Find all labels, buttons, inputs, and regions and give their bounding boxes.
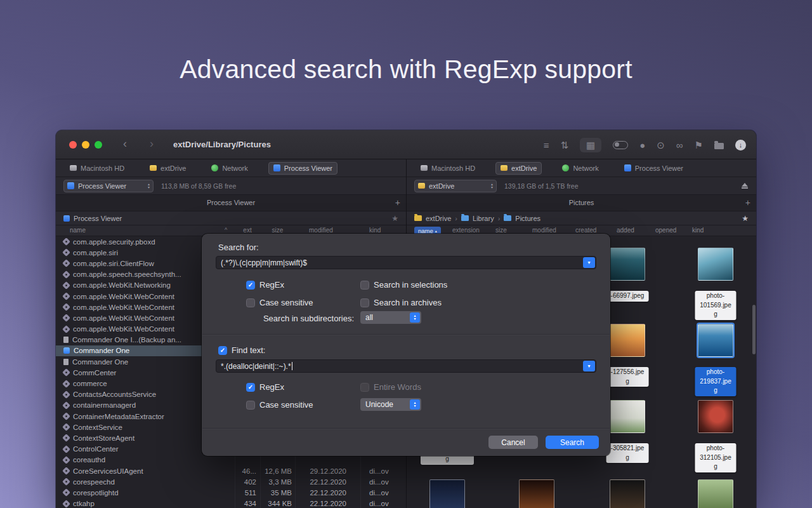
find-text-checkbox[interactable]: ✓ Find text: xyxy=(218,345,265,355)
column-header-modified[interactable]: modified xyxy=(309,227,333,234)
column-header-added[interactable]: added xyxy=(617,227,634,234)
hd-drive-icon xyxy=(70,165,77,171)
photo-thumbnail[interactable] xyxy=(610,400,645,433)
column-header-size[interactable]: size xyxy=(495,227,507,234)
file-row[interactable]: CoreServicesUIAgent46...12,6 MB29.12.202… xyxy=(56,465,406,476)
divider xyxy=(202,334,610,335)
flag-icon[interactable]: ⚑ xyxy=(695,140,703,150)
drive-tab-network[interactable]: Network xyxy=(557,162,603,175)
volume-name: Process Viewer xyxy=(78,182,126,190)
photo-thumbnail[interactable] xyxy=(519,479,554,508)
drive-tab-extdrive[interactable]: extDrive xyxy=(495,162,542,175)
dual-pane-view-icon-button[interactable]: ▦ xyxy=(580,138,601,152)
right-scrollbar[interactable] xyxy=(752,305,756,354)
close-window-button[interactable] xyxy=(69,141,77,149)
photo-label[interactable]: photo-219837.jpe g xyxy=(695,367,737,396)
breadcrumb-item-extdrive[interactable]: extDrive xyxy=(414,215,451,222)
encoding-select[interactable]: Unicode ▴▾ xyxy=(360,398,421,411)
regex-checkbox[interactable]: ✓ RegEx xyxy=(246,280,284,290)
app-icon xyxy=(63,347,70,354)
drive-tab-macintosh-hd[interactable]: Macintosh HD xyxy=(416,162,480,175)
find-history-dropdown-button[interactable]: ▾ xyxy=(583,361,595,371)
photo-label[interactable]: -127556.jpe g xyxy=(606,367,649,387)
photo-thumbnail[interactable] xyxy=(698,324,733,357)
cancel-button[interactable]: Cancel xyxy=(488,436,538,449)
photo-thumbnail[interactable] xyxy=(698,479,733,508)
file-name: com.apple.speech.speechsynth... xyxy=(73,271,181,278)
file-ext: 46... xyxy=(235,467,260,475)
tab-pictures[interactable]: Pictures xyxy=(407,195,756,211)
breadcrumb-item-pictures[interactable]: Pictures xyxy=(504,215,540,222)
file-row[interactable]: ctkahp434344 KB22.12.2020di...ov xyxy=(56,498,406,508)
download-icon[interactable]: ↓ xyxy=(735,140,746,150)
photo-thumbnail[interactable] xyxy=(610,324,645,357)
tag-icon xyxy=(62,413,70,420)
case-sensitive-checkbox[interactable]: ✓ Case sensitive xyxy=(246,298,313,307)
column-header-ext[interactable]: ext xyxy=(235,227,260,234)
column-header-modified[interactable]: modified xyxy=(532,227,556,234)
column-header-kind[interactable]: kind xyxy=(369,227,381,234)
preview-toggle-icon[interactable] xyxy=(613,141,628,149)
new-tab-button[interactable]: + xyxy=(745,195,750,211)
search-in-selections-checkbox[interactable]: ✓ Search in selections xyxy=(360,280,447,290)
back-button[interactable]: ‹ xyxy=(123,137,127,151)
eye-icon[interactable]: ⊙ xyxy=(657,140,665,150)
left-volume-select[interactable]: Process Viewer ▴▾ xyxy=(63,180,154,192)
dual-pane-view-icon[interactable]: ▦ xyxy=(586,140,595,150)
search-history-dropdown-button[interactable]: ▾ xyxy=(583,257,595,268)
folder-icon[interactable] xyxy=(714,143,724,149)
drive-tab-network[interactable]: Network xyxy=(206,162,252,175)
tag-icon xyxy=(62,238,70,246)
photo-thumbnail[interactable] xyxy=(429,479,465,508)
column-header-opened[interactable]: opened xyxy=(655,227,676,234)
search-in-archives-checkbox[interactable]: ✓ Search in archives xyxy=(360,298,442,307)
photo-thumbnail[interactable] xyxy=(610,479,645,508)
search-button[interactable]: Search xyxy=(546,436,599,449)
file-row[interactable]: corespotlightd51135 MB22.12.2020di...ov xyxy=(56,487,406,498)
minimize-window-button[interactable] xyxy=(82,141,89,149)
drive-tab-extdrive[interactable]: extDrive xyxy=(145,162,191,175)
list-view-icon[interactable]: ≡ xyxy=(544,140,549,150)
file-row[interactable]: coreauthd xyxy=(56,455,406,465)
photo-label[interactable]: photo-312105.jpe g xyxy=(695,443,737,472)
photo-thumbnail[interactable] xyxy=(610,248,645,281)
photo-label[interactable]: -305821.jpe g xyxy=(606,443,649,463)
net-drive-icon xyxy=(562,164,569,171)
zoom-window-button[interactable] xyxy=(95,141,102,149)
photo-label[interactable]: photo-101569.jpe g xyxy=(695,291,737,320)
find-text-input[interactable]: *.(dealloc|deinit|::~).* ▾ xyxy=(216,359,596,373)
column-header-size[interactable]: size xyxy=(260,227,295,234)
column-header-name[interactable]: name xyxy=(70,227,86,234)
breadcrumb-item-library[interactable]: Library xyxy=(461,215,494,222)
file-modified: 22.12.2020 xyxy=(295,500,360,507)
column-header-extension[interactable]: extension xyxy=(452,227,480,234)
tag-icon xyxy=(62,293,70,300)
photo-thumbnail[interactable] xyxy=(698,400,733,433)
binoculars-icon[interactable]: ∞ xyxy=(676,140,683,150)
tab-process-viewer[interactable]: Process Viewer xyxy=(56,195,406,211)
photo-thumbnail[interactable] xyxy=(698,248,733,281)
eject-icon[interactable] xyxy=(740,182,749,190)
photo-label[interactable]: -66997.jpeg xyxy=(606,291,649,302)
case-sensitive-checkbox[interactable]: ✓ Case sensitive xyxy=(246,400,313,410)
right-volume-select[interactable]: extDrive ▴▾ xyxy=(414,180,497,192)
search-pattern-input[interactable]: (.*?)\.(c|cpp|m|mm|swift)$ ▾ xyxy=(216,256,596,269)
column-header-kind[interactable]: kind xyxy=(692,227,704,234)
new-tab-button[interactable]: + xyxy=(395,195,400,211)
check-icon: ✓ xyxy=(248,384,253,391)
sort-icon[interactable]: ⇅ xyxy=(560,140,568,150)
forward-button[interactable]: › xyxy=(150,137,154,151)
chevron-down-icon: ▾ xyxy=(587,363,590,369)
right-path-bar: extDrive›Library›Pictures ★ xyxy=(407,211,756,225)
drive-tab-macintosh-hd[interactable]: Macintosh HD xyxy=(65,162,129,175)
subdirectories-select[interactable]: all ▴▾ xyxy=(360,311,421,324)
drive-tab-process-viewer[interactable]: Process Viewer xyxy=(268,162,337,175)
drive-tab-process-viewer[interactable]: Process Viewer xyxy=(619,162,688,175)
favorite-star-icon[interactable]: ★ xyxy=(742,215,749,222)
regex-checkbox[interactable]: ✓ RegEx xyxy=(246,382,284,392)
folder-icon xyxy=(414,215,422,221)
file-row[interactable]: corespeechd4023,3 MB22.12.2020di...ov xyxy=(56,476,406,487)
sphere-icon[interactable]: ● xyxy=(639,140,645,150)
column-header-created[interactable]: created xyxy=(575,227,596,234)
favorite-star-icon[interactable]: ★ xyxy=(391,215,398,222)
